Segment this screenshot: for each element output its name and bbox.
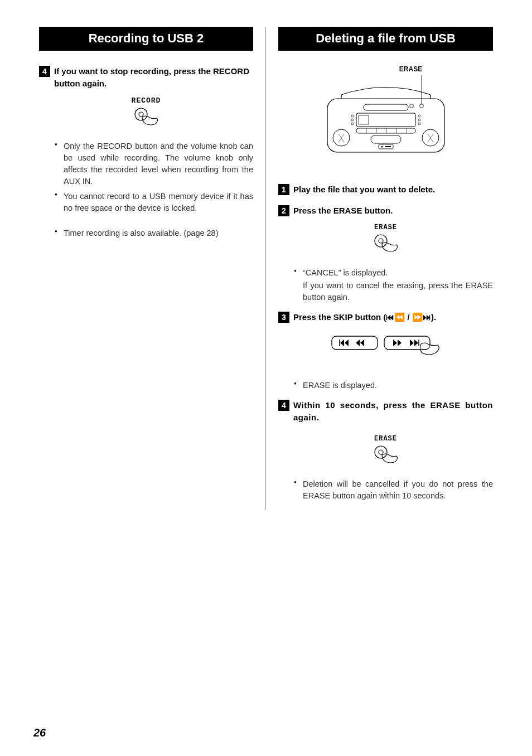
svg-point-19: [351, 115, 354, 117]
svg-point-1: [139, 112, 143, 117]
step-text: Play the file that you want to delete.: [293, 183, 435, 196]
svg-rect-9: [359, 115, 369, 124]
press-hand-icon: [132, 107, 160, 127]
step3-bullets: ERASE is displayed.: [294, 380, 493, 391]
svg-rect-7: [410, 104, 413, 108]
svg-point-24: [381, 146, 383, 148]
bullet-item: ERASE is displayed.: [294, 380, 493, 391]
right-step-3: 3 Press the SKIP button (⏮⏪ / ⏩⏭).: [278, 311, 493, 323]
device-diagram: [278, 75, 493, 161]
press-hand-icon: [372, 445, 400, 465]
step-number: 4: [278, 400, 289, 411]
bullet-item: You cannot record to a USB memory device…: [55, 191, 253, 214]
boombox-icon: [311, 75, 461, 159]
erase-button-illustration-1: ERASE: [278, 224, 493, 256]
svg-point-34: [379, 450, 383, 454]
step-text: Press the SKIP button (⏮⏪ / ⏩⏭).: [293, 311, 436, 323]
right-section-title: Deleting a file from USB: [278, 27, 493, 51]
svg-rect-6: [364, 104, 408, 110]
left-bullets-2: Timer recording is also available. (page…: [55, 227, 253, 239]
step4-bullets: Deletion will be cancelled if you do not…: [294, 478, 493, 502]
svg-point-21: [351, 123, 354, 125]
record-label: RECORD: [39, 96, 253, 105]
svg-rect-22: [371, 135, 401, 143]
erase-button-illustration-2: ERASE: [278, 435, 493, 467]
right-step-2: 2 Press the ERASE button.: [278, 205, 493, 217]
record-button-illustration: RECORD: [39, 96, 253, 129]
skip-button-illustration: [278, 333, 493, 363]
bullet-item: Timer recording is also available. (page…: [55, 227, 253, 239]
svg-rect-8: [356, 113, 415, 127]
left-section-title: Recording to USB 2: [39, 27, 253, 51]
svg-point-0: [135, 108, 147, 120]
svg-point-17: [418, 119, 420, 121]
step-text: Press the ERASE button.: [293, 205, 393, 217]
svg-rect-25: [385, 146, 391, 147]
erase-label: ERASE: [278, 224, 493, 231]
svg-point-18: [418, 123, 420, 125]
step-number: 3: [278, 312, 289, 323]
left-bullets: Only the RECORD button and the volume kn…: [55, 140, 253, 214]
step-text: Within 10 seconds, press the ERASE butto…: [293, 399, 493, 424]
skip-buttons-icon: [327, 333, 444, 361]
bullet-main: “CANCEL” is displayed.: [303, 268, 388, 277]
erase-label: ERASE: [278, 435, 493, 443]
bullet-item: Deletion will be cancelled if you do not…: [294, 478, 493, 502]
right-step-1: 1 Play the file that you want to delete.: [278, 183, 493, 196]
step-number: 4: [39, 66, 50, 77]
step-text: If you want to stop recording, press the…: [54, 65, 253, 90]
bullet-item: Only the RECORD button and the volume kn…: [55, 140, 253, 187]
svg-rect-29: [332, 336, 378, 350]
right-step-4: 4 Within 10 seconds, press the ERASE but…: [278, 399, 493, 424]
left-step-4: 4 If you want to stop recording, press t…: [39, 65, 253, 90]
erase-top-label: ERASE: [328, 65, 493, 73]
bullet-item: “CANCEL” is displayed. If you want to ca…: [294, 267, 493, 303]
step2-bullets: “CANCEL” is displayed. If you want to ca…: [294, 267, 493, 303]
bullet-sub: If you want to cancel the erasing, press…: [303, 280, 493, 303]
svg-point-20: [351, 119, 354, 121]
svg-point-27: [375, 235, 387, 247]
page-number: 26: [33, 726, 46, 739]
svg-point-28: [379, 239, 383, 243]
svg-point-33: [375, 446, 387, 458]
press-hand-icon: [372, 234, 400, 254]
svg-rect-26: [420, 104, 423, 108]
step-number: 2: [278, 205, 289, 216]
svg-point-16: [418, 115, 420, 117]
step-number: 1: [278, 184, 289, 195]
